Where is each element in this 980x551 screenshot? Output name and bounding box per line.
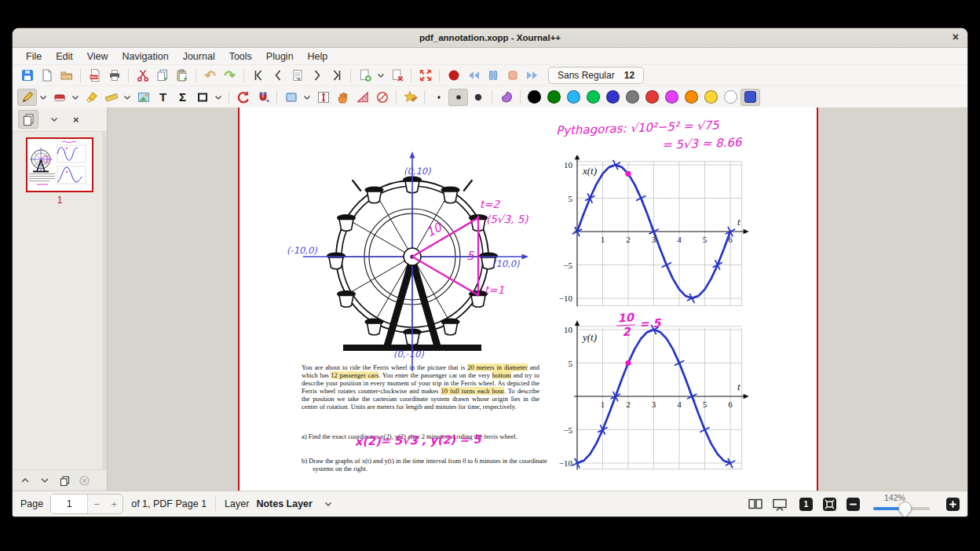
goto-last-page-button[interactable]: [327, 67, 346, 84]
audio-rewind-button[interactable]: [463, 67, 483, 84]
layer-dropdown-chevron[interactable]: [324, 499, 333, 509]
presentation-mode-button[interactable]: [770, 495, 789, 513]
menu-help[interactable]: Help: [301, 50, 335, 63]
delete-page-button[interactable]: [387, 67, 407, 84]
sidebar-pages-tab[interactable]: [18, 110, 38, 129]
ferris-wheel-figure: [297, 116, 532, 375]
color-swatch-1[interactable]: [544, 89, 564, 106]
thumb-down-button[interactable]: [36, 473, 53, 488]
dual-page-view-button[interactable]: [745, 495, 765, 513]
hand-tool-button[interactable]: [333, 89, 353, 106]
rotation-snapping-button[interactable]: [233, 89, 253, 106]
page-thumbnail[interactable]: [26, 137, 93, 192]
new-page-after-button[interactable]: [355, 67, 375, 84]
cut-button[interactable]: [133, 67, 152, 84]
audio-record-button[interactable]: [444, 67, 463, 84]
shape-tool-button[interactable]: [192, 89, 212, 106]
color-swatch-4[interactable]: [603, 89, 623, 106]
selection-options-chevron[interactable]: [301, 89, 313, 106]
color-swatch-9[interactable]: [701, 89, 721, 106]
grid-snapping-magnet-button[interactable]: [253, 89, 272, 106]
color-swatch-0[interactable]: [525, 89, 544, 106]
thickness-fine-button[interactable]: [429, 89, 448, 106]
color-swatch-8[interactable]: [682, 89, 701, 106]
fullscreen-button[interactable]: [415, 67, 435, 84]
fill-tool-button[interactable]: [496, 89, 516, 106]
zoom-slider[interactable]: 142%: [870, 492, 936, 516]
new-page-options-chevron[interactable]: [375, 67, 387, 84]
color-swatch-10[interactable]: [721, 89, 740, 106]
menu-navigation[interactable]: Navigation: [115, 50, 176, 63]
color-swatch-5[interactable]: [623, 89, 642, 106]
sidebar-close-button[interactable]: ×: [73, 114, 79, 126]
menu-edit[interactable]: Edit: [49, 50, 80, 63]
open-folder-button[interactable]: [57, 67, 76, 84]
compass-tool-button[interactable]: [372, 89, 392, 106]
shape-options-chevron[interactable]: [212, 89, 225, 106]
zoom-slider-thumb[interactable]: [898, 502, 912, 515]
color-dot: [704, 90, 718, 104]
font-button[interactable]: Sans Regular 12: [548, 67, 644, 84]
color-swatch-6[interactable]: [642, 89, 662, 106]
goto-page-button[interactable]: [287, 67, 307, 84]
thickness-thick-button[interactable]: [468, 89, 488, 106]
goto-previous-page-button[interactable]: [268, 67, 287, 84]
rect-selection-button[interactable]: [281, 89, 301, 106]
document-canvas[interactable]: (0,10) (-10,0) (10,0) (0,-10) 10 5 t=2 (…: [108, 108, 967, 491]
redo-button[interactable]: ↷: [220, 67, 240, 84]
setsquare-tool-button[interactable]: [353, 89, 372, 106]
menu-tools[interactable]: Tools: [222, 50, 259, 63]
math-tex-tool-button[interactable]: Σ: [173, 89, 192, 106]
text-tool-button[interactable]: T: [153, 89, 173, 106]
sidebar-scrollbar[interactable]: [102, 132, 107, 469]
pen-options-chevron[interactable]: [37, 89, 49, 106]
title-bar[interactable]: pdf_annotation.xopp - Xournal++ ×: [13, 28, 967, 48]
menu-file[interactable]: File: [19, 50, 49, 63]
undo-button[interactable]: ↶: [200, 67, 220, 84]
save-button[interactable]: [17, 67, 37, 84]
svg-text:−5: −5: [563, 261, 572, 270]
sidebar-dropdown-chevron[interactable]: [44, 110, 64, 129]
thickness-medium-button[interactable]: [448, 89, 468, 106]
new-document-button[interactable]: [37, 67, 57, 84]
page-increment-button[interactable]: +: [105, 494, 122, 513]
zoom-fit-button[interactable]: [823, 498, 836, 511]
zoom-out-button[interactable]: [847, 498, 860, 511]
ruler-tool-button[interactable]: [101, 89, 121, 106]
highlighter-tool-button[interactable]: [82, 89, 101, 106]
audio-forward-button[interactable]: [522, 67, 542, 84]
goto-next-page-button[interactable]: [307, 67, 327, 84]
color-swatch-7[interactable]: [662, 89, 682, 106]
shape-recognizer-button[interactable]: [400, 89, 420, 106]
color-picker-button[interactable]: [740, 89, 760, 106]
print-button[interactable]: [104, 67, 124, 84]
menu-view[interactable]: View: [80, 50, 115, 63]
export-pdf-button[interactable]: PDF: [85, 67, 104, 84]
vertical-space-tool-button[interactable]: [313, 89, 333, 106]
thumb-up-button[interactable]: [16, 473, 34, 488]
copy-page-button[interactable]: [56, 473, 73, 488]
eraser-tool-button[interactable]: [49, 89, 69, 106]
image-tool-button[interactable]: [133, 89, 153, 106]
eraser-options-chevron[interactable]: [69, 89, 82, 106]
ruler-options-chevron[interactable]: [121, 89, 133, 106]
layer-value[interactable]: Notes Layer: [256, 498, 313, 509]
paste-button[interactable]: [172, 67, 192, 84]
pdf-page[interactable]: (0,10) (-10,0) (10,0) (0,-10) 10 5 t=2 (…: [238, 108, 818, 491]
menu-journal[interactable]: Journal: [176, 50, 222, 63]
audio-pause-button[interactable]: [483, 67, 503, 84]
goto-first-page-button[interactable]: [248, 67, 268, 84]
menu-plugin[interactable]: Plugin: [259, 50, 301, 63]
color-swatch-2[interactable]: [564, 89, 583, 106]
window-close-button[interactable]: ×: [953, 31, 959, 43]
zoom-original-button[interactable]: 1: [799, 498, 813, 511]
page-number-input[interactable]: 1: [51, 494, 88, 513]
zoom-in-button[interactable]: [946, 498, 960, 511]
delete-thumb-button[interactable]: [75, 473, 93, 488]
audio-stop-button[interactable]: [503, 67, 522, 84]
svg-text:x(t): x(t): [582, 165, 597, 177]
color-swatch-3[interactable]: [583, 89, 603, 106]
page-decrement-button[interactable]: −: [88, 494, 105, 513]
copy-button[interactable]: [152, 67, 172, 84]
pen-tool-button[interactable]: [17, 89, 37, 106]
